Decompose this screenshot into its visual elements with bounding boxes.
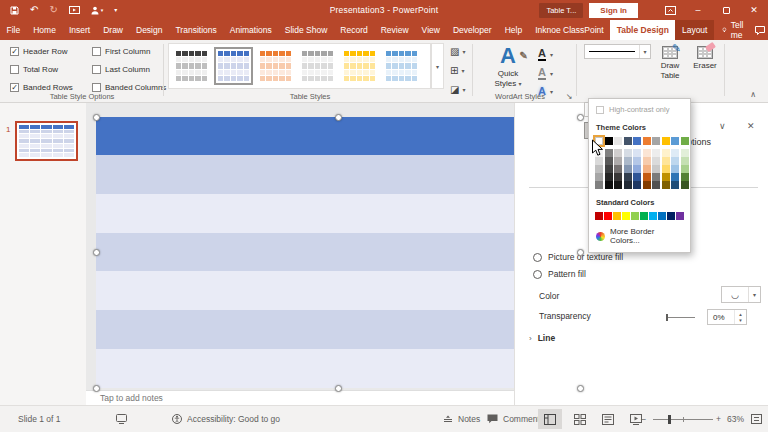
text-fill-button[interactable]: A▾ (538, 48, 553, 61)
theme-color-variant-swatch[interactable] (662, 157, 670, 165)
theme-color-variant-swatch[interactable] (671, 181, 679, 189)
tab-slide-show[interactable]: Slide Show (278, 20, 334, 40)
theme-color-variant-swatch[interactable] (671, 157, 679, 165)
theme-color-variant-swatch[interactable] (643, 181, 651, 189)
shading-button[interactable]: ▨▾ (450, 46, 465, 57)
pen-style-combo[interactable]: ▾ (584, 44, 651, 59)
theme-color-swatch[interactable] (624, 137, 632, 145)
selection-handle[interactable] (93, 114, 100, 121)
table-row[interactable] (96, 349, 581, 388)
selection-handle[interactable] (335, 385, 342, 392)
theme-color-variant-swatch[interactable] (652, 165, 660, 173)
tab-home[interactable]: Home (27, 20, 63, 40)
tab-review[interactable]: Review (374, 20, 415, 40)
theme-color-variant-swatch[interactable] (605, 173, 613, 181)
theme-color-variant-swatch[interactable] (614, 157, 622, 165)
effects-button[interactable]: ◪▾ (450, 84, 465, 95)
theme-color-variant-swatch[interactable] (624, 157, 632, 165)
tab-developer[interactable]: Developer (446, 20, 498, 40)
theme-color-swatch[interactable] (605, 137, 613, 145)
table-style-medium-gold[interactable] (340, 47, 379, 85)
comments-toggle[interactable]: Comments (487, 406, 544, 432)
theme-color-swatch[interactable] (614, 137, 622, 145)
tab-insert[interactable]: Insert (62, 20, 96, 40)
tab-file[interactable]: File (0, 20, 27, 40)
checkbox-banded-columns[interactable]: Banded Columns (92, 83, 166, 92)
restore-button[interactable] (712, 0, 740, 20)
theme-color-variant-swatch[interactable] (681, 165, 689, 173)
slide-sorter-view-button[interactable] (568, 409, 592, 429)
standard-color-swatch[interactable] (640, 212, 648, 220)
table-row[interactable] (96, 310, 581, 349)
tab-help[interactable]: Help (498, 20, 528, 40)
transparency-spinner[interactable]: 0%▲▼ (707, 309, 747, 325)
theme-color-variant-swatch[interactable] (595, 165, 603, 173)
selection-handle[interactable] (93, 385, 100, 392)
selection-handle[interactable] (93, 249, 100, 256)
color-picker-button[interactable]: ◡▾ (721, 286, 761, 303)
theme-color-variant-swatch[interactable] (595, 173, 603, 181)
customize-qat-icon[interactable]: ▾ (114, 7, 117, 13)
table-header-row[interactable] (96, 117, 581, 155)
theme-color-variant-swatch[interactable] (681, 173, 689, 181)
theme-color-variant-swatch[interactable] (652, 181, 660, 189)
share-person-icon[interactable]: ▾ (91, 6, 104, 15)
theme-color-variant-swatch[interactable] (652, 173, 660, 181)
theme-color-variant-swatch[interactable] (624, 149, 632, 157)
standard-color-swatch[interactable] (658, 212, 666, 220)
theme-color-variant-swatch[interactable] (595, 149, 603, 157)
transparency-slider[interactable] (667, 317, 695, 318)
wordart-dialog-launcher-icon[interactable]: ↘ (564, 92, 574, 101)
save-icon[interactable] (10, 6, 19, 15)
eraser-button[interactable]: Eraser (690, 46, 720, 71)
theme-color-variant-swatch[interactable] (605, 149, 613, 157)
slide-counter[interactable]: Slide 1 of 1 (18, 406, 61, 432)
theme-color-variant-swatch[interactable] (643, 149, 651, 157)
selection-handle[interactable] (335, 114, 342, 121)
theme-color-variant-swatch[interactable] (605, 181, 613, 189)
theme-color-variant-swatch[interactable] (624, 165, 632, 173)
theme-color-variant-swatch[interactable] (681, 181, 689, 189)
theme-color-variant-swatch[interactable] (633, 181, 641, 189)
theme-color-variant-swatch[interactable] (614, 149, 622, 157)
tab-record[interactable]: Record (334, 20, 374, 40)
gallery-more-button[interactable]: ▾ (431, 43, 444, 89)
redo-icon[interactable]: ↻ (49, 5, 57, 15)
fit-slide-to-window-icon[interactable] (751, 406, 762, 432)
high-contrast-checkbox[interactable]: High-contrast only (589, 99, 690, 118)
collapse-ribbon-icon[interactable]: ∧ (750, 90, 756, 99)
tab-design[interactable]: Design (130, 20, 169, 40)
reading-view-button[interactable] (596, 409, 620, 429)
theme-color-swatch[interactable] (595, 137, 603, 145)
table-row[interactable] (96, 271, 581, 310)
theme-color-variant-swatch[interactable] (662, 173, 670, 181)
theme-color-variant-swatch[interactable] (595, 181, 603, 189)
table-row[interactable] (96, 155, 581, 194)
zoom-in-button[interactable]: + (716, 406, 721, 432)
slide-thumbnail[interactable] (15, 121, 78, 161)
theme-color-variant-swatch[interactable] (643, 173, 651, 181)
standard-color-swatch[interactable] (622, 212, 630, 220)
selection-handle[interactable] (577, 249, 584, 256)
table-style-medium-blue[interactable] (214, 47, 253, 85)
theme-color-variant-swatch[interactable] (671, 165, 679, 173)
zoom-slider[interactable] (653, 419, 713, 420)
zoom-out-button[interactable]: – (641, 406, 646, 432)
table-style-medium-orange[interactable] (256, 47, 295, 85)
theme-color-variant-swatch[interactable] (681, 149, 689, 157)
theme-color-variant-swatch[interactable] (633, 149, 641, 157)
slider-knob[interactable] (666, 314, 668, 321)
theme-color-variant-swatch[interactable] (614, 181, 622, 189)
table-style-medium-gray[interactable] (298, 47, 337, 85)
comments-bubble-icon[interactable] (755, 20, 765, 40)
zoom-level[interactable]: 63% (727, 406, 744, 432)
quick-styles-button[interactable]: A✎ QuickStyles ▾ (486, 45, 530, 89)
checkbox-last-column[interactable]: Last Column (92, 65, 166, 74)
ribbon-display-options-icon[interactable] (656, 0, 684, 20)
theme-color-swatch[interactable] (643, 137, 651, 145)
theme-color-variant-swatch[interactable] (671, 149, 679, 157)
theme-color-swatch[interactable] (662, 137, 670, 145)
display-settings-icon[interactable] (116, 406, 127, 432)
tab-draw[interactable]: Draw (97, 20, 130, 40)
selection-handle[interactable] (577, 385, 584, 392)
